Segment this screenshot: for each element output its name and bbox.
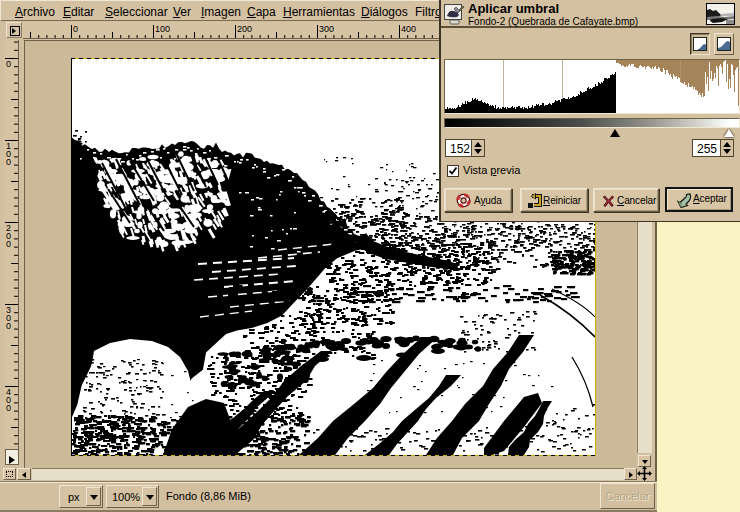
svg-text:0: 0 bbox=[6, 403, 11, 413]
svg-text:300: 300 bbox=[319, 24, 334, 34]
svg-text:100: 100 bbox=[155, 24, 170, 34]
svg-text:0: 0 bbox=[73, 24, 78, 34]
svg-text:0: 0 bbox=[6, 321, 11, 331]
svg-text:0: 0 bbox=[6, 239, 11, 249]
svg-text:0: 0 bbox=[6, 157, 11, 167]
svg-text:200: 200 bbox=[237, 24, 252, 34]
svg-text:0: 0 bbox=[6, 59, 11, 69]
svg-text:400: 400 bbox=[401, 24, 416, 34]
